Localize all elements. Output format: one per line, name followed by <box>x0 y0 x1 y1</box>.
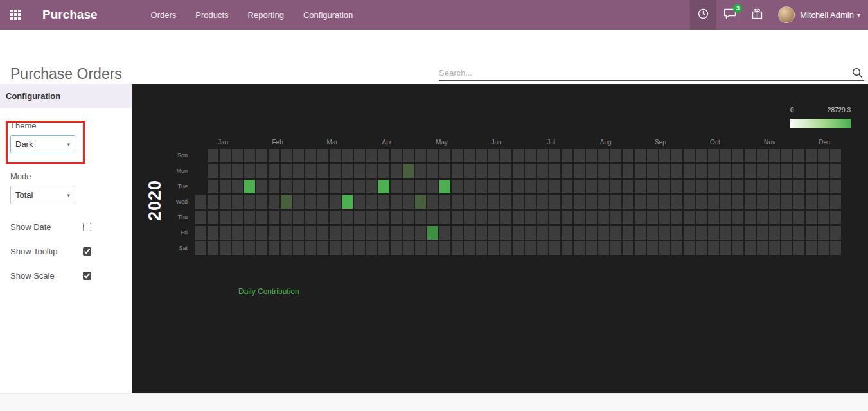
heatmap-cell[interactable] <box>500 241 511 255</box>
heatmap-cell[interactable] <box>793 195 804 209</box>
heatmap-cell[interactable] <box>403 241 414 255</box>
heatmap-cell[interactable] <box>317 226 328 240</box>
heatmap-cell[interactable] <box>671 211 682 224</box>
heatmap-cell[interactable] <box>317 180 328 193</box>
heatmap-cell[interactable] <box>732 149 743 162</box>
heatmap-cell-highlight[interactable] <box>281 195 292 209</box>
heatmap-cell[interactable] <box>659 241 670 255</box>
heatmap-cell[interactable] <box>696 241 707 255</box>
heatmap-cell[interactable] <box>208 180 218 193</box>
heatmap-cell[interactable] <box>366 180 377 193</box>
heatmap-cell[interactable] <box>793 211 804 224</box>
heatmap-cell[interactable] <box>684 164 695 178</box>
heatmap-cell[interactable] <box>793 164 804 178</box>
heatmap-cell[interactable] <box>439 149 450 162</box>
heatmap-cell[interactable] <box>415 211 426 224</box>
heatmap-cell[interactable] <box>525 211 536 224</box>
heatmap-cell[interactable] <box>623 241 633 255</box>
heatmap-cell[interactable] <box>293 226 304 240</box>
heatmap-cell[interactable] <box>476 226 487 240</box>
heatmap-cell[interactable] <box>464 211 475 224</box>
heatmap-cell[interactable] <box>195 241 206 255</box>
heatmap-cell[interactable] <box>610 180 621 193</box>
heatmap-cell[interactable] <box>720 211 731 224</box>
heatmap-cell[interactable] <box>427 149 438 162</box>
heatmap-cell[interactable] <box>317 164 328 178</box>
heatmap-cell[interactable] <box>342 226 353 240</box>
heatmap-cell[interactable] <box>513 226 524 240</box>
show-scale-checkbox[interactable] <box>83 272 91 280</box>
heatmap-cell[interactable] <box>720 149 731 162</box>
heatmap-cell[interactable] <box>696 149 707 162</box>
heatmap-cell[interactable] <box>293 195 304 209</box>
heatmap-cell[interactable] <box>635 164 646 178</box>
heatmap-cell[interactable] <box>269 211 279 224</box>
heatmap-cell[interactable] <box>757 180 768 193</box>
heatmap-cell[interactable] <box>513 180 524 193</box>
heatmap-cell[interactable] <box>305 226 316 240</box>
gift-button[interactable] <box>744 0 770 30</box>
heatmap-cell[interactable] <box>732 180 743 193</box>
heatmap-cell[interactable] <box>708 241 719 255</box>
heatmap-cell[interactable] <box>244 164 255 178</box>
search-input[interactable] <box>439 68 851 78</box>
activities-button[interactable] <box>690 0 716 30</box>
heatmap-cell[interactable] <box>281 241 292 255</box>
heatmap-cell[interactable] <box>830 226 841 240</box>
heatmap-cell[interactable] <box>293 211 304 224</box>
heatmap-cell[interactable] <box>439 195 450 209</box>
heatmap-cell[interactable] <box>391 241 402 255</box>
heatmap-cell[interactable] <box>476 164 487 178</box>
heatmap-cell[interactable] <box>574 195 585 209</box>
heatmap-cell[interactable] <box>598 195 609 209</box>
heatmap-cell[interactable] <box>610 241 621 255</box>
heatmap-cell[interactable] <box>488 241 499 255</box>
heatmap-cell[interactable] <box>488 164 499 178</box>
heatmap-cell[interactable] <box>586 164 597 178</box>
heatmap-cell[interactable] <box>830 195 841 209</box>
heatmap-cell[interactable] <box>244 149 255 162</box>
heatmap-cell[interactable] <box>732 211 743 224</box>
heatmap-cell[interactable] <box>342 164 353 178</box>
heatmap-cell[interactable] <box>342 149 353 162</box>
heatmap-cell[interactable] <box>623 164 633 178</box>
heatmap-cell[interactable] <box>830 149 841 162</box>
heatmap-cell[interactable] <box>659 211 670 224</box>
heatmap-cell[interactable] <box>818 241 829 255</box>
heatmap-cell[interactable] <box>598 149 609 162</box>
heatmap-cell[interactable] <box>305 164 316 178</box>
heatmap-cell[interactable] <box>403 195 414 209</box>
heatmap-cell[interactable] <box>330 164 341 178</box>
heatmap-cell[interactable] <box>781 226 792 240</box>
heatmap-cell[interactable] <box>427 164 438 178</box>
heatmap-cell[interactable] <box>195 195 206 209</box>
heatmap-cell[interactable] <box>232 195 243 209</box>
heatmap-cell[interactable] <box>464 241 475 255</box>
heatmap-cell[interactable] <box>745 211 756 224</box>
heatmap-cell[interactable] <box>635 149 646 162</box>
heatmap-cell[interactable] <box>696 195 707 209</box>
heatmap-cell[interactable] <box>208 164 218 178</box>
heatmap-cell[interactable] <box>647 241 658 255</box>
heatmap-cell[interactable] <box>378 241 389 255</box>
heatmap-cell[interactable] <box>635 195 646 209</box>
show-date-checkbox[interactable] <box>83 223 91 231</box>
heatmap-cell[interactable] <box>452 241 463 255</box>
heatmap-cell[interactable] <box>598 211 609 224</box>
heatmap-cell[interactable] <box>208 241 218 255</box>
heatmap-cell[interactable] <box>781 164 792 178</box>
heatmap-cell[interactable] <box>537 241 548 255</box>
heatmap-cell[interactable] <box>769 180 780 193</box>
heatmap-cell[interactable] <box>574 164 585 178</box>
heatmap-cell[interactable] <box>427 241 438 255</box>
heatmap-cell[interactable] <box>745 164 756 178</box>
heatmap-cell[interactable] <box>732 241 743 255</box>
heatmap-cell[interactable] <box>610 211 621 224</box>
heatmap-cell[interactable] <box>793 226 804 240</box>
heatmap-cell[interactable] <box>720 226 731 240</box>
heatmap-cell[interactable] <box>208 149 218 162</box>
heatmap-cell[interactable] <box>415 180 426 193</box>
heatmap-cell[interactable] <box>586 180 597 193</box>
heatmap-cell[interactable] <box>647 149 658 162</box>
heatmap-cell[interactable] <box>684 180 695 193</box>
